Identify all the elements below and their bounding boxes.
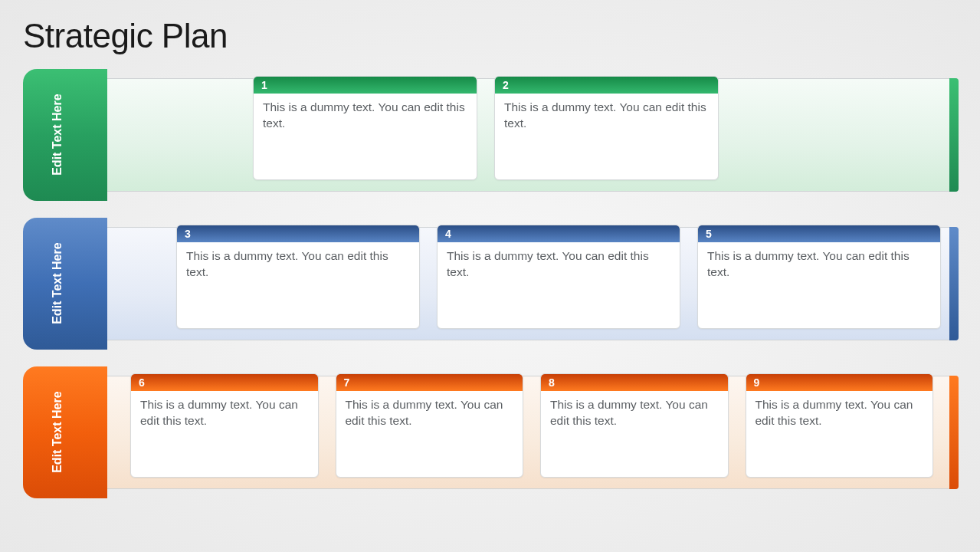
- plan-card[interactable]: 6 This is a dummy text. You can edit thi…: [130, 373, 319, 478]
- plan-card[interactable]: 5 This is a dummy text. You can edit thi…: [697, 225, 941, 329]
- row-body: 3 This is a dummy text. You can edit thi…: [107, 227, 957, 340]
- row-tab[interactable]: Edit Text Here: [23, 69, 107, 201]
- card-text: This is a dummy text. You can edit this …: [541, 391, 728, 435]
- plan-card[interactable]: 9 This is a dummy text. You can edit thi…: [746, 373, 934, 478]
- plan-card[interactable]: 7 This is a dummy text. You can edit thi…: [336, 373, 524, 478]
- plan-row-green: Edit Text Here 1 This is a dummy text. Y…: [23, 69, 957, 201]
- card-text: This is a dummy text. You can edit this …: [131, 391, 318, 435]
- row-tab-label: Edit Text Here: [49, 392, 64, 473]
- card-number: 2: [495, 77, 718, 94]
- plan-card[interactable]: 1 This is a dummy text. You can edit thi…: [253, 76, 477, 180]
- row-tab-label: Edit Text Here: [49, 243, 64, 324]
- card-text: This is a dummy text. You can edit this …: [746, 391, 933, 435]
- card-text: This is a dummy text. You can edit this …: [698, 242, 940, 287]
- card-text: This is a dummy text. You can edit this …: [254, 94, 477, 138]
- plan-card[interactable]: 8 This is a dummy text. You can edit thi…: [540, 373, 729, 478]
- plan-card[interactable]: 3 This is a dummy text. You can edit thi…: [176, 225, 420, 329]
- card-text: This is a dummy text. You can edit this …: [438, 242, 680, 287]
- card-number: 8: [541, 374, 728, 391]
- card-text: This is a dummy text. You can edit this …: [177, 242, 419, 287]
- row-stripe: [949, 227, 959, 340]
- row-body: 1 This is a dummy text. You can edit thi…: [107, 78, 957, 192]
- card-number: 1: [254, 77, 477, 94]
- page-title: Strategic Plan: [23, 17, 957, 55]
- plan-card[interactable]: 4 This is a dummy text. You can edit thi…: [437, 225, 680, 329]
- card-number: 4: [438, 225, 680, 242]
- row-tab[interactable]: Edit Text Here: [23, 366, 107, 498]
- plan-card[interactable]: 2 This is a dummy text. You can edit thi…: [494, 76, 719, 180]
- row-stripe: [949, 376, 959, 489]
- card-number: 5: [698, 225, 940, 242]
- card-text: This is a dummy text. You can edit this …: [336, 391, 523, 435]
- card-number: 6: [131, 374, 318, 391]
- row-stripe: [949, 78, 959, 192]
- plan-row-blue: Edit Text Here 3 This is a dummy text. Y…: [23, 218, 957, 350]
- row-body: 6 This is a dummy text. You can edit thi…: [107, 376, 957, 489]
- plan-row-orange: Edit Text Here 6 This is a dummy text. Y…: [23, 366, 957, 498]
- card-text: This is a dummy text. You can edit this …: [495, 94, 718, 138]
- card-number: 9: [746, 374, 933, 391]
- card-number: 7: [336, 374, 523, 391]
- row-tab[interactable]: Edit Text Here: [23, 218, 107, 350]
- card-number: 3: [177, 225, 419, 242]
- row-tab-label: Edit Text Here: [49, 94, 64, 176]
